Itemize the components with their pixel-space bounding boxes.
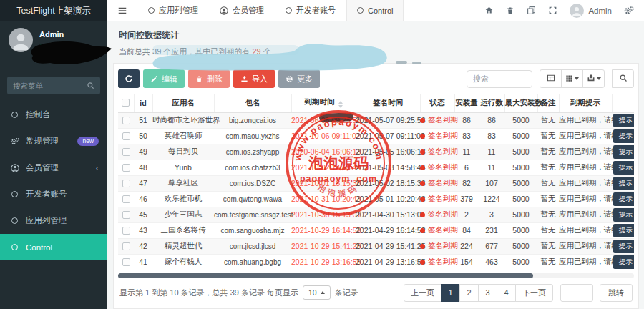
row-checkbox[interactable] [122, 180, 130, 187]
row-checkbox[interactable] [122, 242, 130, 250]
page-number[interactable]: 2 [459, 284, 479, 302]
circle-icon [286, 7, 292, 14]
status-dot-icon [420, 212, 425, 217]
topbar-tab[interactable]: 应用列管理 [137, 0, 209, 21]
status-label: 签名到期 [428, 147, 458, 157]
cell-id: 50 [134, 128, 152, 144]
circle-icon [10, 244, 19, 250]
tip-button[interactable]: 提示 [613, 161, 634, 175]
cell-app-name: 嫁个有钱人 [152, 254, 214, 270]
cell-installs: 82 [454, 175, 479, 191]
topbar-tab[interactable]: Control [346, 0, 404, 21]
cell-package-name: com.sanguosha.mjz [214, 222, 291, 238]
cell-sign-time: 2021-04-29 13:16:55 [356, 254, 420, 270]
sidebar-item[interactable]: 常规管理new [0, 128, 107, 154]
cell-status: 签名到期 [420, 112, 454, 128]
column-header-label: 状态 [430, 98, 445, 107]
hamburger-icon[interactable] [107, 0, 137, 21]
status-dot-icon [420, 260, 425, 265]
cell-expire-tip: 应用已到期，请续费 [559, 112, 612, 128]
search-icon[interactable] [87, 82, 94, 89]
page-number[interactable]: 3 [478, 284, 497, 302]
status-label: 签名到期 [428, 210, 458, 220]
cell-checkbox [118, 238, 134, 254]
tab-label: 开发者账号 [296, 5, 336, 16]
cell-action: 提示 [612, 207, 634, 222]
table-footer: 显示第 1 到第 10 条记录，总共 39 条记录 每页显示 10 条记录 上一… [114, 280, 638, 306]
user-menu[interactable]: Admin [570, 4, 612, 18]
tip-button[interactable]: 提示 [613, 224, 634, 237]
edit-button[interactable]: 编辑 [143, 69, 185, 88]
select-all-checkbox[interactable] [122, 99, 130, 107]
topbar-tab[interactable]: 开发者账号 [275, 0, 346, 21]
cell-expire-time: 2021-10-01 18:15:36 [291, 175, 356, 191]
toggle-view-button[interactable] [540, 69, 562, 88]
tip-button[interactable]: 提示 [613, 145, 634, 159]
table-search-input[interactable] [467, 70, 532, 88]
page-number[interactable]: 4 [497, 284, 516, 302]
table-row: 46欢乐推币机com.qwtong.wawa2021-10-31 10:20:4… [118, 191, 634, 207]
person-silhouette-icon [11, 31, 31, 52]
row-checkbox[interactable] [122, 211, 130, 219]
files-icon[interactable] [527, 6, 536, 15]
user-icon [10, 164, 19, 172]
page-size-select[interactable]: 10 [303, 285, 331, 300]
row-checkbox[interactable] [122, 227, 130, 235]
tip-button[interactable]: 提示 [613, 129, 634, 143]
jump-page-input[interactable] [560, 284, 593, 302]
sidebar-item[interactable]: 开发者账号 [0, 181, 107, 207]
cogs-icon[interactable] [624, 6, 634, 16]
columns-button[interactable] [561, 69, 583, 88]
tip-button[interactable]: 提示 [613, 192, 634, 206]
circle-icon [11, 191, 18, 197]
row-checkbox[interactable] [122, 195, 130, 203]
tip-button[interactable]: 提示 [613, 255, 634, 269]
fullscreen-icon[interactable] [548, 6, 557, 15]
subtitle-text: 当前总共 39 个应用，其中已到期的有 [119, 47, 252, 56]
cell-expire-tip: 应用已到期，请续费 [559, 128, 612, 144]
row-checkbox[interactable] [122, 117, 130, 124]
topbar-tab[interactable]: 会员管理 [209, 0, 275, 21]
cell-expire-tip: 应用已到期，请续费 [559, 191, 612, 207]
home-icon[interactable] [484, 6, 494, 15]
status-dot-icon [420, 244, 425, 249]
page-number[interactable]: 1 [441, 284, 460, 302]
user-status-label: 在线 [47, 41, 62, 52]
sidebar-item-label: 开发者账号 [26, 189, 67, 200]
sidebar-item[interactable]: 控制台 [0, 102, 107, 128]
delete-button[interactable]: 删除 [188, 69, 230, 88]
tip-button[interactable]: 提示 [613, 114, 634, 127]
row-checkbox[interactable] [122, 132, 130, 140]
export-button[interactable] [582, 69, 605, 88]
scrollbar-thumb[interactable] [118, 273, 533, 278]
sidebar-search-input[interactable] [13, 82, 87, 90]
tip-button[interactable]: 提示 [613, 240, 634, 253]
row-checkbox[interactable] [122, 258, 130, 266]
sidebar-item[interactable]: 应用列管理 [0, 207, 107, 234]
cell-package-name: big.zongcai.ios [214, 112, 291, 128]
refresh-button[interactable] [118, 69, 140, 88]
more-button[interactable]: 更多 [278, 69, 320, 88]
cell-action: 提示 [612, 254, 634, 270]
sidebar-item[interactable]: Control [0, 234, 107, 260]
row-checkbox[interactable] [122, 164, 130, 172]
import-button[interactable]: 导入 [233, 69, 275, 88]
caret-down-icon [597, 77, 601, 80]
brand-title: TestFlight上架演示 [0, 0, 107, 21]
trash-icon[interactable] [506, 6, 514, 15]
cell-package-name: com.jlcsd.jlcsd [214, 238, 291, 254]
row-checkbox[interactable] [122, 148, 130, 156]
horizontal-scrollbar [118, 273, 634, 278]
search-button[interactable] [612, 69, 634, 88]
column-header[interactable]: 到期时间 [291, 94, 356, 112]
cell-app-name: 欢乐推币机 [152, 191, 214, 207]
pagination-next[interactable]: 下一页 [515, 284, 553, 302]
status-label: 签名到期 [428, 257, 458, 267]
tip-button[interactable]: 提示 [613, 177, 634, 190]
cell-app-name: 每日到贝 [152, 144, 214, 160]
sidebar-item[interactable]: 会员管理‹ [0, 154, 107, 181]
pagination-prev[interactable]: 上一页 [404, 284, 441, 302]
cell-expire-tip: 应用已到期，请续费 [559, 238, 612, 254]
tip-button[interactable]: 提示 [613, 208, 634, 222]
jump-button[interactable]: 跳转 [600, 284, 633, 302]
